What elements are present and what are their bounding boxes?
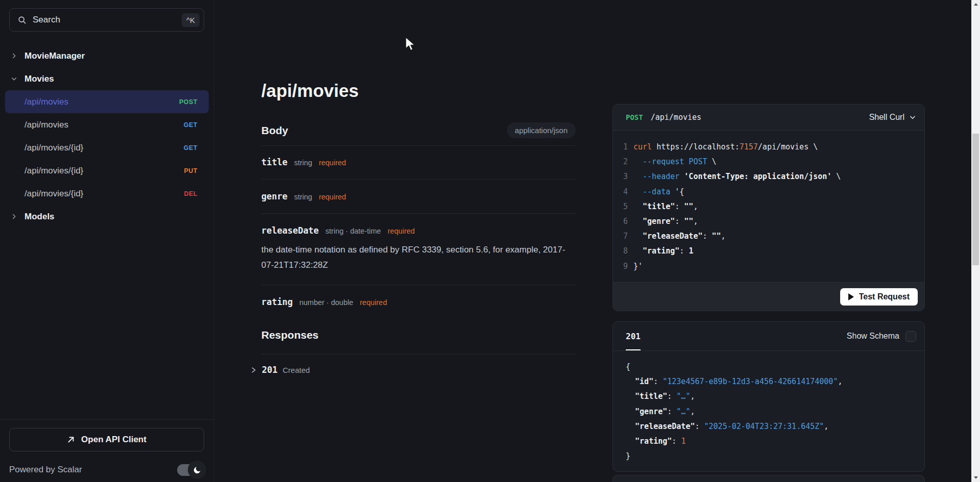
line-number: 5 <box>621 199 628 214</box>
field-required-badge: required <box>387 227 414 235</box>
group-label: Movies <box>24 74 54 84</box>
line-number: 1 <box>621 140 628 155</box>
field-row-title: titlestringrequired <box>261 145 576 180</box>
test-request-label: Test Request <box>859 292 910 301</box>
chevron-down-icon <box>7 75 20 82</box>
line-number: 8 <box>621 244 628 259</box>
scalar-api-reference: Search ^K MovieManagerMovies/api/moviesP… <box>0 0 980 482</box>
chevron-right-icon <box>7 213 20 220</box>
chevron-down-icon <box>909 114 916 121</box>
group-label: Models <box>24 212 55 222</box>
line-number: 3 <box>621 169 628 184</box>
endpoint-path: /api/movies/{id} <box>24 166 83 176</box>
search-shortcut-badge: ^K <box>182 13 200 27</box>
field-required-badge: required <box>360 298 387 307</box>
sidebar-nav: MovieManagerMovies/api/moviesPOST/api/mo… <box>5 44 209 228</box>
code-line: 4 --data '{ <box>621 185 917 199</box>
code-line: 6 "genre": "", <box>621 214 917 229</box>
test-request-button[interactable]: Test Request <box>840 288 918 306</box>
curl-code-block[interactable]: 1curl https://localhost:7157/api/movies … <box>613 131 924 283</box>
sidebar-item-post-apimovies[interactable]: /api/moviesPOST <box>5 90 209 113</box>
sidebar-item-put-apimoviesid[interactable]: /api/movies/{id}PUT <box>5 159 209 182</box>
request-path: /api/movies <box>651 113 701 122</box>
open-api-client-label: Open API Client <box>81 435 146 445</box>
response-example-card: 201 Show Schema { "id": "123e4567-e89b-1… <box>612 321 925 472</box>
powered-by-label[interactable]: Powered by Scalar <box>9 465 82 475</box>
method-badge: GET <box>184 121 198 129</box>
show-schema-control: Show Schema <box>847 331 916 342</box>
content-type-badge[interactable]: application/json <box>507 122 576 138</box>
arrow-up-right-icon <box>67 436 75 444</box>
field-name: title <box>261 157 287 167</box>
body-section-header: Body application/json <box>261 122 576 138</box>
client-selector-label: Shell Curl <box>869 113 904 122</box>
field-row-genre: genrestringrequired <box>261 180 576 214</box>
response-json-block[interactable]: { "id": "123e4567-e89b-12d3-a456-4266141… <box>613 351 924 472</box>
code-line: 8 "rating": 1 <box>621 244 917 259</box>
play-icon <box>848 293 854 300</box>
method-badge: POST <box>179 98 198 106</box>
line-number: 6 <box>621 214 628 229</box>
code-line: { <box>626 360 917 374</box>
moon-icon <box>188 461 206 479</box>
scrollbar-up-arrow[interactable] <box>971 0 980 9</box>
code-line: 7 "releaseDate": "", <box>621 229 917 244</box>
field-type: string · date-time <box>326 227 381 235</box>
request-card-footer: Test Request <box>613 282 924 311</box>
line-number: 7 <box>621 229 628 244</box>
field-required-badge: required <box>319 193 346 201</box>
chevron-right-icon <box>7 53 20 59</box>
theme-toggle[interactable] <box>176 460 207 479</box>
field-type: number · double <box>299 298 353 307</box>
tab-201[interactable]: 201 <box>626 322 641 350</box>
endpoint-path: /api/movies <box>24 120 68 130</box>
responses-heading: Responses <box>261 329 318 341</box>
response-label: Created <box>283 366 310 374</box>
response-card-header: 201 Show Schema <box>613 322 924 351</box>
endpoint-path: /api/movies/{id} <box>24 143 83 153</box>
field-name: rating <box>261 297 292 307</box>
code-line: } <box>626 449 917 464</box>
sidebar-group-moviemanager[interactable]: MovieManager <box>5 44 209 67</box>
response-201-row[interactable]: 201 Created <box>250 362 310 377</box>
endpoint-path: /api/movies <box>24 97 68 107</box>
field-row-rating: ratingnumber · doublerequired <box>261 285 576 319</box>
code-line: "genre": "…", <box>626 404 917 419</box>
method-badge: PUT <box>184 167 198 174</box>
page-scrollbar[interactable] <box>971 0 980 482</box>
sidebar-footer-divider <box>0 419 214 420</box>
code-line: 2 --request POST \ <box>621 155 917 169</box>
response-code: 201 <box>262 365 278 375</box>
chevron-right-icon <box>250 367 257 373</box>
search-icon <box>18 16 27 24</box>
show-schema-label: Show Schema <box>847 332 899 341</box>
code-line: 1curl https://localhost:7157/api/movies … <box>621 140 917 155</box>
field-description: the date-time notation as defined by RFC… <box>261 242 568 273</box>
code-line: "id": "123e4567-e89b-12d3-a456-426614174… <box>626 374 917 389</box>
sidebar-item-del-apimoviesid[interactable]: /api/movies/{id}DEL <box>5 182 209 205</box>
endpoint-path: /api/movies/{id} <box>24 189 83 199</box>
scrollbar-down-arrow[interactable] <box>971 473 980 482</box>
scrollbar-thumb[interactable] <box>972 134 979 265</box>
method-badge: GET <box>184 144 198 151</box>
sidebar-item-get-apimoviesid[interactable]: /api/movies/{id}GET <box>5 136 209 159</box>
sidebar-group-models[interactable]: Models <box>5 205 209 228</box>
show-schema-checkbox[interactable] <box>905 331 916 342</box>
next-response-card-partial <box>612 475 925 482</box>
body-heading: Body <box>261 124 288 137</box>
field-type: string <box>294 193 312 201</box>
field-required-badge: required <box>319 159 346 167</box>
sidebar-group-movies[interactable]: Movies <box>5 67 209 90</box>
search-placeholder: Search <box>33 15 60 25</box>
line-number: 9 <box>621 259 628 274</box>
body-fields: titlestringrequiredgenrestringrequiredre… <box>261 145 576 319</box>
method-badge: DEL <box>184 190 198 197</box>
code-line: 9}' <box>621 259 917 274</box>
responses-section-header: Responses <box>261 329 576 341</box>
client-selector-dropdown[interactable]: Shell Curl <box>869 113 916 122</box>
open-api-client-button[interactable]: Open API Client <box>9 428 204 451</box>
line-number: 4 <box>621 185 628 199</box>
search-input[interactable]: Search ^K <box>9 8 204 32</box>
sidebar-item-get-apimovies[interactable]: /api/moviesGET <box>5 113 209 136</box>
divider <box>261 354 576 354</box>
